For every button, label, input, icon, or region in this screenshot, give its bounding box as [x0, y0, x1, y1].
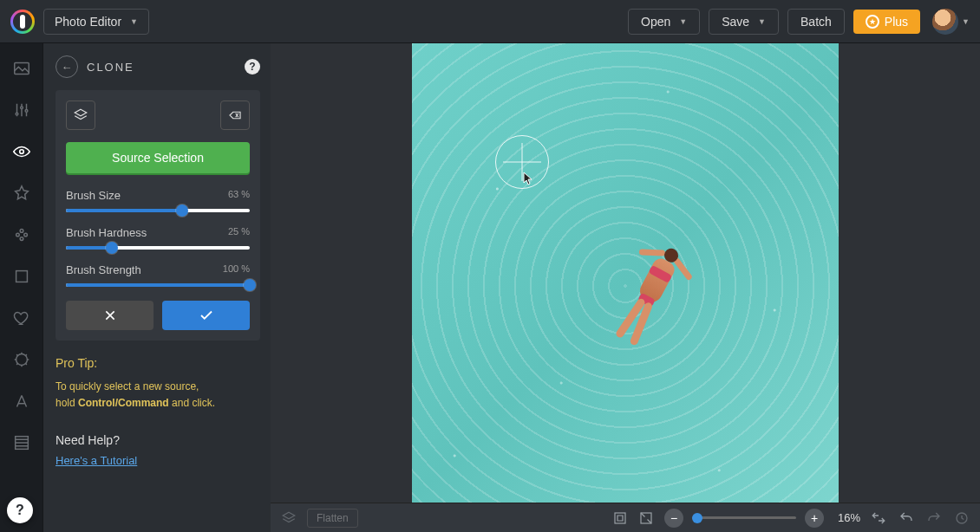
- batch-label: Batch: [800, 15, 832, 29]
- flatten-button: Flatten: [307, 509, 358, 528]
- plus-upgrade-button[interactable]: ★ Plus: [853, 10, 920, 34]
- layers-icon-button[interactable]: [66, 101, 95, 130]
- compare-icon[interactable]: [871, 510, 886, 526]
- texture-icon[interactable]: [12, 433, 31, 452]
- save-button[interactable]: Save ▼: [709, 9, 779, 35]
- chevron-down-icon: ▼: [130, 17, 138, 26]
- svg-point-3: [25, 110, 28, 113]
- chevron-down-icon: ▼: [679, 17, 687, 26]
- adjust-sliders-icon[interactable]: [12, 101, 31, 120]
- app-logo[interactable]: [10, 10, 35, 34]
- svg-rect-9: [16, 271, 27, 282]
- need-help-title: Need Help?: [56, 433, 260, 447]
- brush-size-slider[interactable]: [66, 209, 250, 212]
- edited-image[interactable]: [412, 43, 839, 503]
- bottom-bar: Flatten − + 16%: [271, 503, 980, 532]
- brush-hardness-value: 25 %: [228, 226, 250, 239]
- brush-strength-slider[interactable]: [66, 283, 250, 287]
- svg-point-1: [16, 113, 18, 115]
- brush-strength-group: Brush Strength 100 %: [66, 263, 250, 287]
- help-icon[interactable]: ?: [245, 59, 260, 75]
- cancel-button[interactable]: [66, 301, 154, 330]
- plus-label: Plus: [885, 15, 908, 29]
- chevron-down-icon: ▼: [758, 17, 766, 26]
- zoom-out-button[interactable]: −: [664, 509, 683, 528]
- help-float-button[interactable]: ?: [7, 497, 33, 523]
- star-tool-icon[interactable]: [12, 184, 31, 203]
- brush-hardness-group: Brush Hardness 25 %: [66, 226, 250, 250]
- clone-panel: ← CLONE ? Source Selection Brush Size 63…: [43, 43, 271, 532]
- brush-size-value: 63 %: [228, 189, 250, 202]
- brush-size-group: Brush Size 63 %: [66, 189, 250, 212]
- canvas-area[interactable]: [271, 43, 980, 503]
- svg-point-8: [20, 237, 23, 241]
- open-button[interactable]: Open ▼: [628, 9, 700, 35]
- brush-strength-value: 100 %: [223, 263, 250, 276]
- top-bar: Photo Editor ▼ Open ▼ Save ▼ Batch ★ Plu…: [0, 0, 980, 43]
- zoom-control: − + 16%: [664, 509, 860, 528]
- zoom-slider[interactable]: [692, 516, 796, 519]
- brush-hardness-label: Brush Hardness: [66, 226, 147, 239]
- zoom-value: 16%: [838, 511, 860, 524]
- chevron-down-icon: ▼: [962, 17, 970, 26]
- history-icon: [954, 510, 970, 526]
- pro-tip-text: To quickly select a new source, hold Con…: [56, 379, 260, 411]
- apply-button[interactable]: [162, 301, 250, 330]
- mouse-cursor-icon: [523, 172, 533, 185]
- layers-icon: [281, 510, 297, 526]
- gear-icon[interactable]: [12, 350, 31, 369]
- redo-icon: [926, 510, 942, 526]
- svg-point-4: [19, 150, 23, 154]
- svg-point-10: [16, 354, 27, 366]
- star-icon: ★: [866, 15, 879, 29]
- svg-point-2: [20, 107, 23, 109]
- svg-point-5: [16, 233, 19, 237]
- tool-strip: [0, 43, 43, 532]
- svg-point-7: [23, 233, 27, 237]
- image-tool-icon[interactable]: [12, 59, 31, 78]
- brush-hardness-slider[interactable]: [66, 246, 250, 250]
- back-button[interactable]: ←: [56, 55, 78, 78]
- undo-icon[interactable]: [898, 510, 914, 526]
- zoom-in-button[interactable]: +: [805, 509, 824, 528]
- fit-screen-icon[interactable]: [612, 510, 628, 526]
- source-selection-button[interactable]: Source Selection: [66, 142, 250, 173]
- user-avatar-menu[interactable]: [932, 9, 958, 35]
- crop-square-icon[interactable]: [12, 267, 31, 286]
- save-label: Save: [722, 15, 749, 29]
- tutorial-link[interactable]: Here's a Tutorial: [56, 454, 137, 467]
- text-tool-icon[interactable]: [12, 392, 31, 411]
- app-title-dropdown[interactable]: Photo Editor ▼: [43, 9, 149, 35]
- app-title-label: Photo Editor: [55, 15, 121, 29]
- batch-button[interactable]: Batch: [787, 9, 845, 35]
- brush-size-label: Brush Size: [66, 189, 121, 202]
- frames-icon[interactable]: [12, 225, 31, 244]
- heart-icon[interactable]: [12, 308, 31, 328]
- svg-point-6: [20, 230, 23, 233]
- pro-tip-title: Pro Tip:: [56, 356, 260, 370]
- open-label: Open: [641, 15, 670, 29]
- effects-eye-icon[interactable]: [12, 142, 31, 161]
- panel-title: CLONE: [87, 61, 134, 74]
- clone-settings-card: Source Selection Brush Size 63 % Brush H…: [56, 90, 260, 341]
- brush-strength-label: Brush Strength: [66, 263, 141, 276]
- erase-icon-button[interactable]: [220, 101, 250, 130]
- clone-target-crosshair: [495, 135, 549, 189]
- actual-size-icon[interactable]: [638, 510, 654, 526]
- svg-rect-12: [615, 513, 625, 523]
